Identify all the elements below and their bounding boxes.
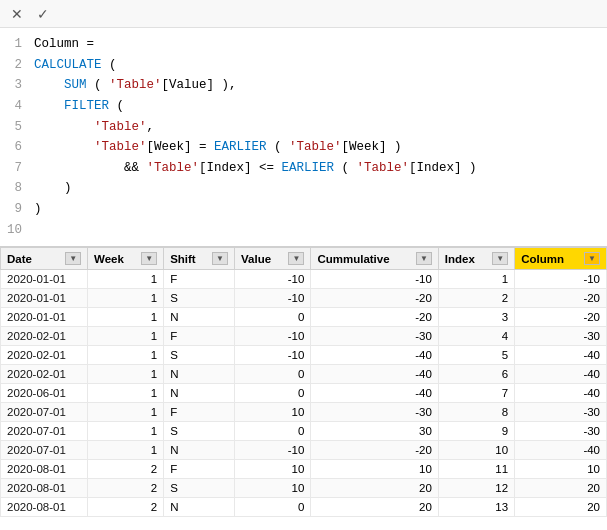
editor-toolbar: ✕ ✓ [0, 0, 607, 28]
col-header-shift[interactable]: Shift ▼ [164, 248, 235, 270]
check-icon[interactable]: ✓ [34, 5, 52, 23]
cell-cummulative: 10 [311, 460, 438, 479]
table-row: 2020-08-01 2 F 10 10 11 10 [1, 460, 607, 479]
cell-value: 0 [235, 498, 311, 517]
cell-week: 2 [88, 479, 164, 498]
cell-date: 2020-01-01 [1, 289, 88, 308]
cell-index: 6 [438, 365, 514, 384]
cell-index: 12 [438, 479, 514, 498]
cell-index: 9 [438, 422, 514, 441]
cell-date: 2020-07-01 [1, 422, 88, 441]
cell-column: 20 [515, 498, 607, 517]
cell-week: 2 [88, 498, 164, 517]
column-filter-icon[interactable]: ▼ [584, 252, 600, 265]
cell-shift: F [164, 270, 235, 289]
cell-date: 2020-07-01 [1, 403, 88, 422]
cell-cummulative: -20 [311, 441, 438, 460]
data-table: Date ▼ Week ▼ Shift ▼ [0, 247, 607, 517]
cell-value: 0 [235, 365, 311, 384]
cell-column: -30 [515, 403, 607, 422]
main-layout: ✕ ✓ 1 2 3 4 5 6 7 8 9 10 Column = CALCUL… [0, 0, 607, 530]
cell-value: -10 [235, 327, 311, 346]
cell-date: 2020-08-01 [1, 460, 88, 479]
cell-shift: F [164, 403, 235, 422]
close-icon[interactable]: ✕ [8, 5, 26, 23]
cell-value: -10 [235, 289, 311, 308]
cell-week: 1 [88, 270, 164, 289]
cell-index: 5 [438, 346, 514, 365]
cell-date: 2020-01-01 [1, 270, 88, 289]
cell-cummulative: -30 [311, 403, 438, 422]
cell-shift: N [164, 384, 235, 403]
cell-shift: S [164, 346, 235, 365]
cell-date: 2020-08-01 [1, 479, 88, 498]
cell-index: 3 [438, 308, 514, 327]
col-header-date[interactable]: Date ▼ [1, 248, 88, 270]
cell-date: 2020-02-01 [1, 346, 88, 365]
cell-column: -20 [515, 289, 607, 308]
col-header-cummulative[interactable]: Cummulative ▼ [311, 248, 438, 270]
col-header-week[interactable]: Week ▼ [88, 248, 164, 270]
data-table-container[interactable]: Date ▼ Week ▼ Shift ▼ [0, 247, 607, 530]
cell-value: 0 [235, 384, 311, 403]
cell-week: 1 [88, 441, 164, 460]
cell-column: -30 [515, 422, 607, 441]
cell-week: 1 [88, 346, 164, 365]
date-filter-icon[interactable]: ▼ [65, 252, 81, 265]
value-filter-icon[interactable]: ▼ [288, 252, 304, 265]
cell-index: 2 [438, 289, 514, 308]
cummulative-filter-icon[interactable]: ▼ [416, 252, 432, 265]
cell-index: 11 [438, 460, 514, 479]
cell-cummulative: -40 [311, 365, 438, 384]
cell-cummulative: -40 [311, 384, 438, 403]
cell-week: 1 [88, 308, 164, 327]
cell-date: 2020-01-01 [1, 308, 88, 327]
index-filter-icon[interactable]: ▼ [492, 252, 508, 265]
cell-column: -40 [515, 441, 607, 460]
cell-date: 2020-06-01 [1, 384, 88, 403]
table-row: 2020-02-01 1 N 0 -40 6 -40 [1, 365, 607, 384]
cell-date: 2020-08-01 [1, 498, 88, 517]
cell-shift: N [164, 308, 235, 327]
code-editor[interactable]: 1 2 3 4 5 6 7 8 9 10 Column = CALCULATE … [0, 28, 607, 246]
cell-column: -10 [515, 270, 607, 289]
table-row: 2020-07-01 1 S 0 30 9 -30 [1, 422, 607, 441]
cell-week: 1 [88, 327, 164, 346]
cell-index: 8 [438, 403, 514, 422]
table-row: 2020-08-01 2 N 0 20 13 20 [1, 498, 607, 517]
cell-cummulative: 20 [311, 479, 438, 498]
cell-shift: N [164, 365, 235, 384]
table-row: 2020-07-01 1 N -10 -20 10 -40 [1, 441, 607, 460]
cell-value: 0 [235, 422, 311, 441]
cell-column: 20 [515, 479, 607, 498]
cell-cummulative: -40 [311, 346, 438, 365]
cell-index: 1 [438, 270, 514, 289]
cell-column: 10 [515, 460, 607, 479]
cell-column: -30 [515, 327, 607, 346]
table-row: 2020-01-01 1 S -10 -20 2 -20 [1, 289, 607, 308]
col-header-column[interactable]: Column ▼ [515, 248, 607, 270]
col-header-value[interactable]: Value ▼ [235, 248, 311, 270]
table-row: 2020-06-01 1 N 0 -40 7 -40 [1, 384, 607, 403]
cell-week: 1 [88, 289, 164, 308]
cell-index: 10 [438, 441, 514, 460]
cell-cummulative: 30 [311, 422, 438, 441]
shift-filter-icon[interactable]: ▼ [212, 252, 228, 265]
cell-value: -10 [235, 441, 311, 460]
cell-cummulative: 20 [311, 498, 438, 517]
cell-value: 10 [235, 479, 311, 498]
cell-date: 2020-07-01 [1, 441, 88, 460]
cell-shift: S [164, 422, 235, 441]
cell-index: 7 [438, 384, 514, 403]
table-row: 2020-01-01 1 F -10 -10 1 -10 [1, 270, 607, 289]
line-numbers: 1 2 3 4 5 6 7 8 9 10 [0, 34, 30, 240]
cell-date: 2020-02-01 [1, 365, 88, 384]
col-header-index[interactable]: Index ▼ [438, 248, 514, 270]
week-filter-icon[interactable]: ▼ [141, 252, 157, 265]
cell-value: 10 [235, 460, 311, 479]
cell-shift: S [164, 289, 235, 308]
table-row: 2020-07-01 1 F 10 -30 8 -30 [1, 403, 607, 422]
cell-index: 13 [438, 498, 514, 517]
cell-shift: N [164, 441, 235, 460]
cell-week: 1 [88, 422, 164, 441]
